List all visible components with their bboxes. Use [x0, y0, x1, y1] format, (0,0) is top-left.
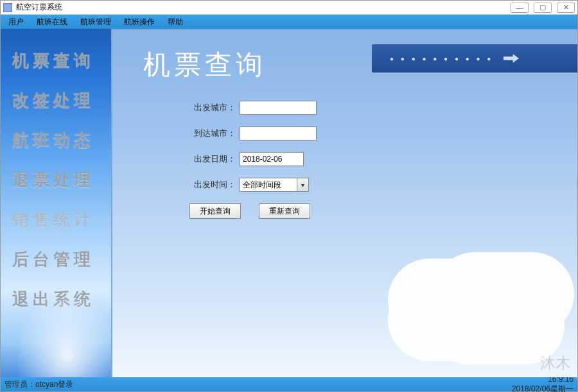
status-left: 管理员：otcyan登录 — [4, 379, 73, 390]
row-arrival-city: 到达城市： — [189, 126, 459, 141]
departure-date-label: 出发日期： — [189, 153, 236, 165]
page-title: 机票查询 — [143, 47, 267, 83]
menu-flight-manage[interactable]: 航班管理 — [76, 15, 115, 29]
status-date: 2018/02/06星期一 — [512, 384, 574, 393]
sidebar-item-refund-process[interactable]: 退票处理 — [1, 160, 111, 200]
menu-user[interactable]: 用户 — [4, 15, 28, 29]
banner: ● ● ● ● ● ● ● ● ● ● — [372, 44, 577, 72]
statusbar: 管理员：otcyan登录 16:9:16 2018/02/06星期一 — [1, 377, 577, 391]
window-title: 航空订票系统 — [16, 2, 511, 13]
main-panel: ● ● ● ● ● ● ● ● ● ● 机票查询 出发城市： 到达城市： 出发日… — [111, 29, 577, 377]
departure-time-select-wrap — [240, 178, 309, 192]
sidebar-item-exit[interactable]: 退出系统 — [1, 279, 111, 319]
row-departure-date: 出发日期： — [189, 152, 459, 166]
minimize-button[interactable]: — — [511, 3, 529, 13]
app-icon — [3, 3, 12, 12]
sidebar-item-sales-stats[interactable]: 销售统计 — [1, 200, 111, 239]
reset-button[interactable]: 重新查询 — [259, 203, 310, 219]
button-row: 开始查询 重新查询 — [189, 203, 459, 219]
row-departure-time: 出发时间： — [189, 178, 459, 192]
arrival-city-label: 到达城市： — [189, 128, 236, 139]
arrival-city-input[interactable] — [240, 126, 317, 141]
departure-time-select[interactable] — [240, 178, 297, 192]
menu-flight-operate[interactable]: 航班操作 — [120, 15, 159, 29]
titlebar: 航空订票系统 — ▢ ✕ — [1, 1, 577, 15]
chevron-down-icon[interactable] — [297, 178, 309, 192]
sidebar-item-ticket-query[interactable]: 机票查询 — [1, 40, 111, 80]
departure-date-input[interactable] — [240, 152, 304, 166]
sidebar: 机票查询 改签处理 航班动态 退票处理 销售统计 后台管理 退出系统 — [1, 29, 111, 377]
departure-time-label: 出发时间： — [189, 179, 236, 191]
close-button[interactable]: ✕ — [557, 3, 575, 13]
maximize-button[interactable]: ▢ — [534, 3, 552, 13]
search-form: 出发城市： 到达城市： 出发日期： 出发时间： — [189, 101, 459, 219]
sidebar-item-flight-status[interactable]: 航班动态 — [1, 120, 111, 160]
search-button[interactable]: 开始查询 — [189, 203, 241, 219]
app-window: 航空订票系统 — ▢ ✕ 用户 航班在线 航班管理 航班操作 帮助 机票查询 改… — [0, 0, 578, 392]
departure-city-label: 出发城市： — [189, 102, 236, 114]
menu-flight-online[interactable]: 航班在线 — [33, 15, 71, 29]
watermark: 沐木 — [540, 353, 571, 373]
titlebar-buttons: — ▢ ✕ — [511, 3, 575, 13]
sidebar-item-admin[interactable]: 后台管理 — [1, 239, 111, 279]
content-area: 机票查询 改签处理 航班动态 退票处理 销售统计 后台管理 退出系统 ● ● ●… — [1, 29, 577, 377]
menu-help[interactable]: 帮助 — [164, 15, 187, 29]
airplane-icon — [501, 48, 521, 69]
row-departure-city: 出发城市： — [189, 101, 459, 115]
banner-dots: ● ● ● ● ● ● ● ● ● ● — [390, 55, 493, 62]
sidebar-item-change-process[interactable]: 改签处理 — [1, 80, 111, 120]
cloud-decoration — [420, 278, 548, 348]
menubar: 用户 航班在线 航班管理 航班操作 帮助 — [1, 15, 577, 29]
departure-city-input[interactable] — [240, 101, 317, 115]
